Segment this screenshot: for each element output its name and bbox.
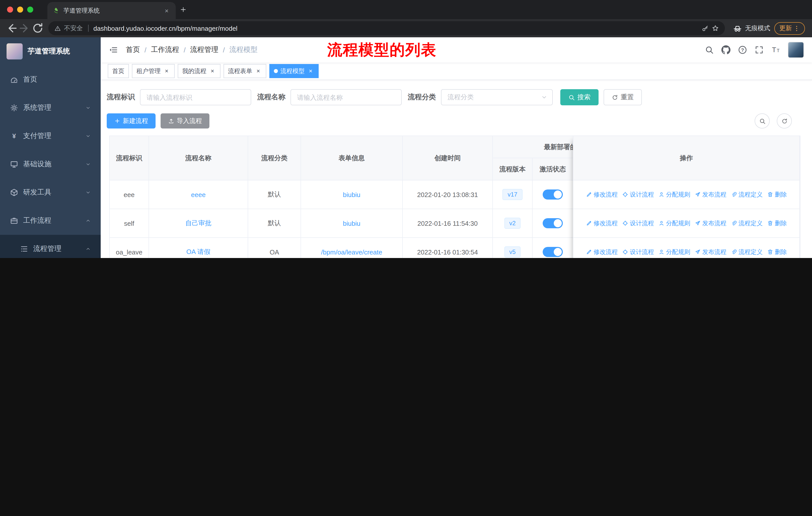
maximize-window-button[interactable] (27, 6, 33, 12)
chevron-down-icon (86, 134, 91, 139)
sidebar-item-process-manage[interactable]: 流程管理 (0, 235, 101, 258)
sidebar-item-label: 支付管理 (23, 132, 51, 141)
action-modify-link[interactable]: 修改流程 (586, 219, 618, 227)
process-category-select[interactable]: 流程分类 (441, 89, 553, 105)
action-modify-link[interactable]: 修改流程 (586, 248, 618, 256)
close-window-button[interactable] (7, 6, 13, 12)
form-link[interactable]: biubiu (343, 191, 360, 198)
tag-close-icon[interactable]: × (209, 67, 216, 75)
traffic-lights (0, 0, 40, 19)
action-assign-link[interactable]: 分配规则 (659, 248, 690, 256)
user-avatar[interactable] (788, 42, 804, 58)
cell-created-time: 2022-01-16 01:30:54 (403, 238, 493, 258)
action-definition-link[interactable]: 流程定义 (731, 219, 763, 227)
toggle-search-button[interactable] (755, 113, 770, 129)
process-name-link[interactable]: eeee (191, 191, 206, 198)
tag-close-icon[interactable]: × (163, 67, 170, 75)
refresh-table-button[interactable] (777, 113, 792, 129)
tab-home[interactable]: 首页 (108, 64, 129, 78)
trash-icon (767, 249, 773, 255)
tools-icon (10, 188, 18, 196)
active-toggle[interactable] (543, 189, 563, 199)
sidebar-item-infrastructure[interactable]: 基础设施 (0, 150, 101, 179)
action-publish-link[interactable]: 发布流程 (695, 190, 726, 199)
import-process-button[interactable]: 导入流程 (161, 113, 209, 129)
sidebar-item-home[interactable]: 首页 (0, 65, 101, 94)
tab-tenant[interactable]: 租户管理× (132, 64, 175, 78)
update-label: 更新 (779, 24, 792, 32)
cell-form: biubiu (301, 209, 403, 238)
sidebar-item-label: 研发工具 (23, 188, 51, 197)
sidebar-item-pay[interactable]: ¥支付管理 (0, 122, 101, 150)
sidebar-item-devtools[interactable]: 研发工具 (0, 179, 101, 207)
action-definition-link[interactable]: 流程定义 (731, 248, 763, 256)
sidebar-collapse-icon[interactable] (109, 45, 118, 54)
action-delete-link[interactable]: 删除 (767, 248, 787, 256)
breadcrumb-item[interactable]: 工作流程 (151, 45, 179, 54)
sidebar-item-workflow[interactable]: 工作流程 (0, 207, 101, 235)
cell-process-name: OA 请假 (149, 238, 248, 258)
action-design-link[interactable]: 设计流程 (622, 219, 654, 227)
create-process-button[interactable]: 新建流程 (107, 113, 155, 129)
action-delete-link[interactable]: 删除 (767, 219, 787, 227)
cell-category: OA (248, 238, 301, 258)
tab-my-process[interactable]: 我的流程× (178, 64, 221, 78)
active-toggle[interactable] (543, 247, 563, 257)
breadcrumb-item[interactable]: 流程管理 (190, 45, 219, 54)
breadcrumb-item[interactable]: 首页 (126, 45, 140, 54)
action-publish-link[interactable]: 发布流程 (695, 248, 726, 256)
dashboard-icon (10, 76, 18, 84)
active-dot (274, 69, 278, 73)
browser-tab[interactable]: 芋道管理系统 × (47, 2, 176, 19)
sidebar-item-label: 基础设施 (23, 160, 51, 169)
definition-icon (731, 220, 737, 226)
bookmark-star-icon[interactable] (712, 25, 719, 32)
tab-process-form[interactable]: 流程表单× (224, 64, 266, 78)
action-modify-link[interactable]: 修改流程 (586, 190, 618, 199)
version-badge: v17 (503, 189, 523, 200)
search-button[interactable]: 搜索 (560, 89, 599, 105)
chevron-down-icon (86, 162, 91, 167)
back-button[interactable] (5, 22, 18, 35)
address-bar[interactable]: 不安全 dashboard.yudao.iocoder.cn/bpm/manag… (48, 21, 725, 35)
sidebar-item-label: 系统管理 (23, 103, 51, 112)
action-assign-link[interactable]: 分配规则 (659, 190, 690, 199)
passwords-key-icon[interactable] (702, 25, 709, 32)
action-label: 流程定义 (738, 190, 763, 199)
process-name-label: 流程名称 (257, 93, 285, 102)
tab-process-model[interactable]: 流程模型× (269, 64, 319, 78)
process-name-link[interactable]: OA 请假 (186, 248, 210, 255)
process-name-link[interactable]: 自己审批 (185, 219, 211, 227)
browser-menu-icon[interactable] (793, 25, 800, 31)
minimize-window-button[interactable] (17, 6, 23, 12)
fullscreen-icon[interactable] (755, 45, 764, 54)
tag-close-icon[interactable]: × (307, 67, 314, 75)
sidebar-item-system[interactable]: 系统管理 (0, 94, 101, 122)
action-publish-link[interactable]: 发布流程 (695, 219, 726, 227)
process-key-input[interactable] (140, 89, 251, 105)
action-label: 修改流程 (593, 190, 618, 199)
tag-close-icon[interactable]: × (255, 67, 262, 75)
sidebar-menu: 首页系统管理¥支付管理基础设施研发工具工作流程流程管理流程表单用户分组流程模型任… (0, 65, 101, 258)
assign-icon (659, 191, 665, 197)
help-icon[interactable]: ? (738, 45, 747, 54)
browser-update-button[interactable]: 更新 (774, 22, 805, 34)
action-delete-link[interactable]: 删除 (767, 190, 787, 199)
action-design-link[interactable]: 设计流程 (622, 248, 654, 256)
form-link[interactable]: /bpm/oa/leave/create (321, 248, 382, 256)
reset-button[interactable]: 重置 (604, 89, 642, 105)
tab-close-icon[interactable]: × (163, 6, 171, 15)
navbar-actions: ? TT (705, 42, 804, 58)
reload-button[interactable] (31, 22, 44, 35)
action-assign-link[interactable]: 分配规则 (659, 219, 690, 227)
action-definition-link[interactable]: 流程定义 (731, 190, 763, 199)
search-icon[interactable] (705, 45, 714, 54)
form-link[interactable]: biubiu (343, 219, 360, 227)
action-design-link[interactable]: 设计流程 (622, 190, 654, 199)
process-name-input[interactable] (290, 89, 402, 105)
new-tab-button[interactable] (180, 6, 187, 13)
cell-process-name: eeee (149, 180, 248, 209)
font-size-icon[interactable]: TT (771, 45, 780, 54)
github-icon[interactable] (721, 45, 730, 54)
active-toggle[interactable] (543, 218, 563, 228)
